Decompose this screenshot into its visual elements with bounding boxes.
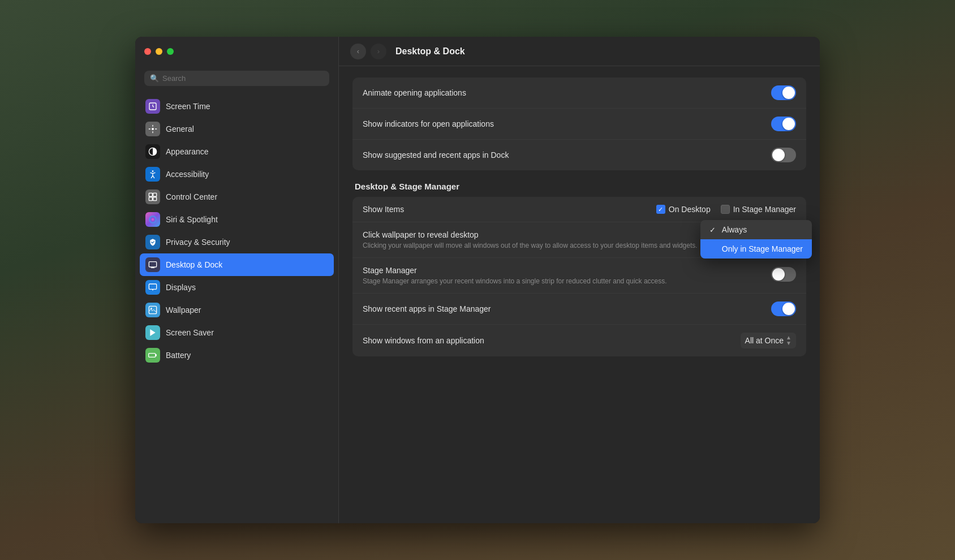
checkbox-on-desktop[interactable]: ✓	[656, 205, 665, 214]
search-icon: 🔍	[150, 74, 159, 83]
sidebar-item-label: Screen Time	[166, 102, 210, 111]
svg-rect-11	[149, 262, 156, 267]
screen-time-icon	[145, 99, 160, 114]
desktop-icon	[145, 257, 160, 272]
control-center-icon	[145, 189, 160, 204]
wallpaper-icon	[145, 303, 160, 317]
sidebar-item-control-center[interactable]: Control Center	[140, 186, 334, 208]
minimize-button[interactable]	[156, 48, 162, 55]
stage-manager-toggle[interactable]	[771, 267, 796, 282]
indicators-toggle[interactable]	[771, 117, 796, 131]
select-arrows-icon: ▲ ▼	[786, 335, 791, 346]
sidebar-item-label: Battery	[166, 351, 191, 360]
sidebar-item-accessibility[interactable]: Accessibility	[140, 163, 334, 186]
page-title: Desktop & Dock	[395, 46, 465, 57]
section-header: Desktop & Stage Manager	[355, 182, 806, 191]
maximize-button[interactable]	[167, 48, 174, 55]
sidebar-item-label: Desktop & Dock	[166, 260, 222, 269]
stage-manager-row: Stage Manager Stage Manager arranges you…	[352, 258, 806, 294]
checkbox-in-stage-manager-label: In Stage Manager	[733, 205, 796, 214]
recent-apps-row: Show suggested and recent apps in Dock	[352, 140, 806, 170]
svg-point-10	[149, 216, 156, 223]
checkbox-in-stage-manager[interactable]	[721, 205, 730, 214]
sidebar-item-general[interactable]: General	[140, 118, 334, 140]
indicators-row: Show indicators for open applications	[352, 109, 806, 140]
sidebar: 🔍 Screen Time General Appearance Accessi…	[135, 37, 339, 523]
show-items-label: Show Items	[363, 205, 656, 214]
show-windows-value: All at Once	[745, 336, 784, 345]
search-input[interactable]	[162, 74, 324, 83]
checkbox-in-stage-manager-group: In Stage Manager	[721, 205, 796, 214]
displays-icon	[145, 280, 160, 295]
screen-saver-icon	[145, 325, 160, 340]
sidebar-item-label: Screen Saver	[166, 328, 214, 337]
sidebar-item-label: Accessibility	[166, 170, 209, 179]
accessibility-icon	[145, 167, 160, 182]
show-recent-apps-stage-manager-toggle[interactable]	[771, 301, 796, 316]
svg-rect-14	[149, 284, 156, 289]
main-header: ‹ › Desktop & Dock	[339, 37, 820, 66]
search-box[interactable]: 🔍	[144, 71, 329, 86]
recent-apps-label: Show suggested and recent apps in Dock	[363, 150, 771, 160]
appearance-icon	[145, 144, 160, 159]
svg-marker-19	[150, 329, 155, 336]
forward-button[interactable]: ›	[371, 44, 386, 59]
sidebar-item-label: Control Center	[166, 192, 217, 201]
close-button[interactable]	[144, 48, 151, 55]
svg-line-2	[153, 106, 154, 107]
dropdown-popup: ✓ Always Only in Stage Manager	[700, 220, 812, 259]
dropdown-always[interactable]: ✓ Always	[700, 220, 812, 239]
stage-manager-label: Stage Manager	[363, 266, 771, 275]
animate-toggle-knob	[782, 87, 795, 99]
sidebar-item-label: General	[166, 124, 194, 133]
svg-rect-7	[153, 193, 157, 196]
svg-rect-6	[149, 193, 152, 196]
sidebar-item-label: Privacy & Security	[166, 238, 230, 247]
svg-rect-22	[149, 354, 154, 356]
sidebar-item-label: Wallpaper	[166, 305, 201, 315]
recent-apps-toggle[interactable]	[771, 148, 796, 162]
main-scroll: Animate opening applications Show indica…	[339, 66, 820, 523]
dropdown-only-stage-manager[interactable]: Only in Stage Manager	[700, 239, 812, 259]
privacy-icon	[145, 235, 160, 249]
sidebar-item-privacy[interactable]: Privacy & Security	[140, 231, 334, 253]
svg-point-18	[150, 308, 152, 309]
svg-point-5	[152, 170, 154, 172]
sidebar-item-screen-saver[interactable]: Screen Saver	[140, 321, 334, 344]
sidebar-item-siri[interactable]: Siri & Spotlight	[140, 208, 334, 231]
sidebar-list: Screen Time General Appearance Accessibi…	[135, 93, 338, 523]
show-windows-select[interactable]: All at Once ▲ ▼	[741, 333, 796, 348]
siri-icon	[145, 212, 160, 227]
svg-rect-9	[153, 197, 157, 201]
sidebar-item-battery[interactable]: Battery	[140, 344, 334, 367]
animate-row: Animate opening applications	[352, 77, 806, 109]
show-recent-apps-stage-manager-label: Show recent apps in Stage Manager	[363, 304, 771, 313]
sidebar-item-label: Appearance	[166, 147, 209, 156]
recent-apps-toggle-knob	[772, 149, 785, 161]
svg-rect-8	[149, 197, 152, 201]
sidebar-item-wallpaper[interactable]: Wallpaper	[140, 299, 334, 321]
animate-label: Animate opening applications	[363, 88, 771, 97]
general-icon	[145, 122, 160, 136]
animate-toggle[interactable]	[771, 85, 796, 100]
settings-window: 🔍 Screen Time General Appearance Accessi…	[135, 37, 820, 523]
battery-icon	[145, 348, 160, 363]
show-items-row: Show Items ✓ On Desktop In Stage Manager	[352, 197, 806, 222]
checkbox-on-desktop-label: On Desktop	[669, 205, 711, 214]
sidebar-item-displays[interactable]: Displays	[140, 276, 334, 299]
titlebar	[135, 37, 338, 66]
svg-point-3	[152, 128, 154, 130]
indicators-toggle-knob	[782, 118, 795, 130]
sidebar-item-screen-time[interactable]: Screen Time	[140, 95, 334, 118]
stage-manager-sublabel: Stage Manager arranges your recent windo…	[363, 277, 771, 285]
click-wallpaper-row: Click wallpaper to reveal desktop Clicki…	[352, 222, 806, 258]
sidebar-item-label: Siri & Spotlight	[166, 215, 218, 224]
dropdown-only-stage-manager-label: Only in Stage Manager	[722, 244, 803, 253]
sidebar-item-desktop[interactable]: Desktop & Dock	[140, 253, 334, 276]
dock-settings-card: Animate opening applications Show indica…	[352, 77, 806, 170]
sidebar-item-appearance[interactable]: Appearance	[140, 140, 334, 163]
back-button[interactable]: ‹	[350, 44, 366, 59]
stage-manager-toggle-knob	[772, 268, 785, 281]
show-windows-row: Show windows from an application All at …	[352, 325, 806, 356]
indicators-label: Show indicators for open applications	[363, 119, 771, 128]
